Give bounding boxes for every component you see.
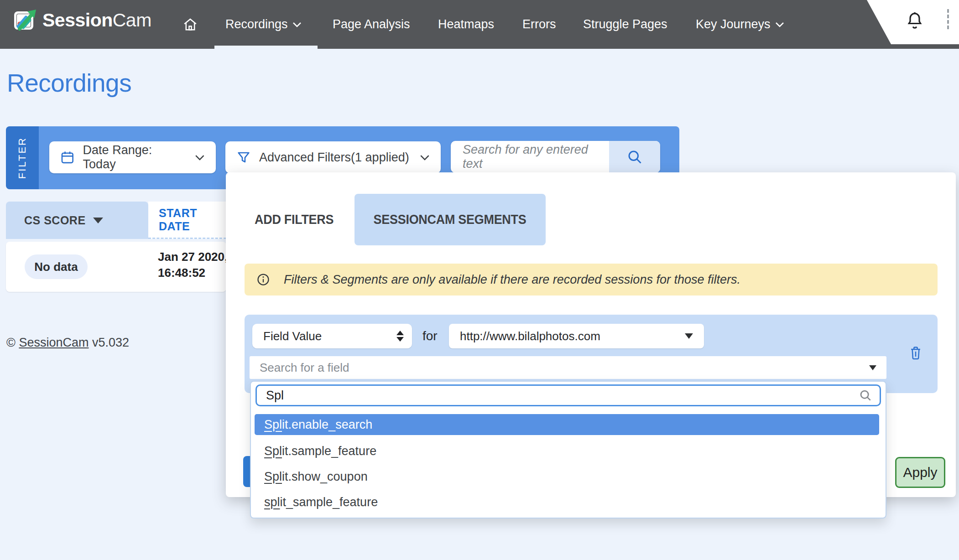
session-search-input[interactable]: Search for any entered text	[451, 143, 609, 171]
tab-add-filters[interactable]: ADD FILTERS	[255, 209, 339, 230]
apply-button[interactable]: Apply	[895, 457, 945, 488]
nav-item-label: Errors	[522, 17, 556, 31]
nav-item-label: Heatmaps	[438, 17, 494, 31]
page-title: Recordings	[7, 68, 131, 98]
chevron-down-icon	[195, 155, 205, 161]
active-nav-indicator	[214, 46, 318, 49]
cs-score-header-label: CS SCORE	[24, 214, 86, 227]
autocomplete-option-2[interactable]: Split.sample_feature	[255, 441, 879, 461]
chevron-down-icon	[775, 22, 784, 27]
date-range-label: Date Range: Today	[83, 143, 187, 171]
footer-copyright: © SessionCam v5.032	[6, 336, 129, 350]
autocomplete-option-4[interactable]: split_sample_feature	[255, 492, 879, 513]
cs-score-badge: No data	[25, 254, 88, 279]
search-icon	[626, 149, 643, 165]
filter-side-tab[interactable]: FILTER	[6, 126, 39, 189]
sessioncam-link[interactable]: SessionCam	[19, 336, 89, 349]
start-date-header-label: START DATE	[159, 207, 226, 233]
search-icon	[859, 389, 872, 402]
field-combo-placeholder: Search for a field	[260, 361, 869, 375]
info-banner-text: Filters & Segments are only available if…	[284, 273, 740, 287]
dropdown-arrow-icon	[685, 333, 693, 339]
filter-funnel-icon	[236, 150, 251, 165]
nav-home[interactable]	[182, 0, 198, 49]
info-icon	[256, 273, 270, 286]
brand-wordmark: SessionCam	[42, 10, 151, 31]
sort-desc-icon	[93, 218, 103, 223]
connector-label: for	[422, 329, 438, 343]
nav-item-label: Key Journeys	[696, 17, 771, 31]
target-site-value: http://www.bilalphotos.com	[460, 329, 685, 343]
advanced-filters-label: Advanced Filters(1 applied)	[259, 150, 409, 165]
nav-item-label: Struggle Pages	[583, 17, 667, 31]
field-search-query: Spl	[266, 389, 859, 403]
info-banner: Filters & Segments are only available if…	[245, 264, 938, 296]
select-spinner-icon	[396, 331, 404, 342]
bell-icon	[906, 11, 924, 31]
autocomplete-option-3[interactable]: Split.show_coupon	[255, 466, 879, 487]
field-search-input[interactable]: Spl	[255, 384, 881, 406]
search-button[interactable]	[609, 141, 660, 173]
sessioncam-logo-icon	[12, 8, 37, 32]
field-autocomplete-popup: Spl Split.enable_search Split.sample_fea…	[250, 381, 886, 519]
home-icon	[182, 17, 198, 32]
field-combo-box[interactable]: Search for a field	[250, 356, 886, 379]
delete-filter-button[interactable]	[909, 346, 923, 360]
nav-item-recordings[interactable]: Recordings	[225, 0, 302, 49]
segments-tab-label: SESSIONCAM SEGMENTS	[374, 212, 526, 227]
nav-item-label: Recordings	[225, 17, 288, 31]
chevron-down-icon	[420, 155, 430, 161]
calendar-icon	[60, 150, 75, 165]
column-header-start-date[interactable]: START DATE	[148, 202, 226, 239]
nav-item-struggle-pages[interactable]: Struggle Pages	[583, 0, 667, 49]
brand-logo[interactable]: SessionCam	[12, 8, 151, 32]
date-range-button[interactable]: Date Range: Today	[49, 141, 216, 173]
dropdown-arrow-icon	[869, 365, 876, 370]
add-filters-tab-label: ADD FILTERS	[255, 212, 334, 227]
session-search-box: Search for any entered text	[451, 141, 660, 173]
nav-item-errors[interactable]: Errors	[522, 0, 556, 49]
nav-item-heatmaps[interactable]: Heatmaps	[438, 0, 494, 49]
notifications-button[interactable]	[906, 11, 924, 31]
advanced-filters-button[interactable]: Advanced Filters(1 applied)	[225, 141, 441, 173]
filter-tab-label: FILTER	[16, 137, 28, 179]
tab-sessioncam-segments[interactable]: SESSIONCAM SEGMENTS	[354, 194, 546, 245]
top-nav: SessionCam Recordings Page Analysis Heat…	[0, 0, 959, 49]
panel-caret	[229, 165, 245, 173]
nav-item-key-journeys[interactable]: Key Journeys	[696, 0, 784, 49]
field-type-select[interactable]: Field Value	[252, 324, 412, 348]
field-type-value: Field Value	[263, 329, 396, 343]
trash-icon	[909, 346, 923, 360]
app-screen: SessionCam Recordings Page Analysis Heat…	[0, 0, 959, 560]
more-menu-indicator[interactable]	[947, 9, 949, 29]
autocomplete-option-1[interactable]: Split.enable_search	[255, 414, 879, 435]
table-row[interactable]: No data Jan 27 2020, 16:48:52	[6, 242, 226, 292]
chevron-down-icon	[292, 22, 302, 27]
column-header-cs-score[interactable]: CS SCORE	[6, 202, 148, 239]
nav-item-label: Page Analysis	[333, 17, 410, 31]
start-date-value: Jan 27 2020, 16:48:52	[158, 249, 228, 281]
target-site-select[interactable]: http://www.bilalphotos.com	[449, 324, 704, 348]
nav-item-page-analysis[interactable]: Page Analysis	[333, 0, 410, 49]
